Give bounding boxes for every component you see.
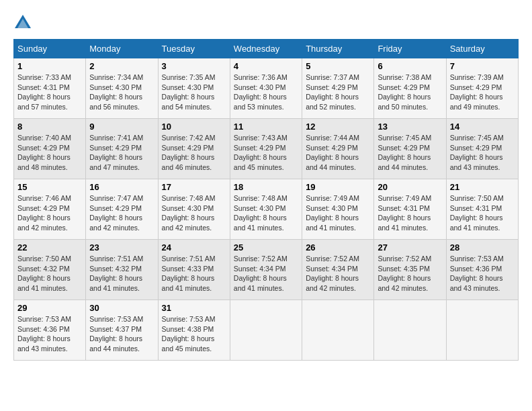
day-info: Sunrise: 7:50 AMSunset: 4:32 PMDaylight:… — [17, 254, 82, 293]
calendar-cell: 14Sunrise: 7:45 AMSunset: 4:29 PMDayligh… — [446, 119, 518, 179]
day-number: 29 — [17, 303, 82, 313]
day-info: Sunrise: 7:47 AMSunset: 4:29 PMDaylight:… — [89, 193, 154, 233]
day-info: Sunrise: 7:41 AMSunset: 4:29 PMDaylight:… — [89, 133, 154, 173]
day-header-tuesday: Tuesday — [158, 40, 230, 58]
day-info: Sunrise: 7:50 AMSunset: 4:31 PMDaylight:… — [450, 193, 515, 233]
day-info: Sunrise: 7:53 AMSunset: 4:38 PMDaylight:… — [162, 314, 226, 354]
day-info: Sunrise: 7:39 AMSunset: 4:29 PMDaylight:… — [450, 73, 515, 112]
calendar-cell: 19Sunrise: 7:49 AMSunset: 4:30 PMDayligh… — [302, 179, 374, 240]
page-header — [13, 13, 519, 32]
calendar-cell: 18Sunrise: 7:48 AMSunset: 4:30 PMDayligh… — [230, 179, 302, 240]
day-number: 6 — [378, 61, 442, 71]
calendar-table: SundayMondayTuesdayWednesdayThursdayFrid… — [13, 39, 519, 361]
calendar-cell: 23Sunrise: 7:51 AMSunset: 4:32 PMDayligh… — [86, 240, 158, 300]
calendar-cell: 13Sunrise: 7:45 AMSunset: 4:29 PMDayligh… — [374, 119, 446, 179]
logo — [13, 13, 35, 32]
day-info: Sunrise: 7:48 AMSunset: 4:30 PMDaylight:… — [162, 193, 226, 233]
calendar-week-row: 8Sunrise: 7:40 AMSunset: 4:29 PMDaylight… — [14, 119, 519, 179]
day-info: Sunrise: 7:45 AMSunset: 4:29 PMDaylight:… — [450, 133, 515, 173]
calendar-cell: 4Sunrise: 7:36 AMSunset: 4:30 PMDaylight… — [230, 58, 302, 119]
day-info: Sunrise: 7:49 AMSunset: 4:31 PMDaylight:… — [378, 193, 442, 233]
day-info: Sunrise: 7:44 AMSunset: 4:29 PMDaylight:… — [306, 133, 370, 173]
day-number: 3 — [162, 61, 226, 71]
calendar-cell: 31Sunrise: 7:53 AMSunset: 4:38 PMDayligh… — [158, 300, 230, 361]
calendar-cell: 1Sunrise: 7:33 AMSunset: 4:31 PMDaylight… — [14, 58, 86, 119]
calendar-cell: 11Sunrise: 7:43 AMSunset: 4:29 PMDayligh… — [230, 119, 302, 179]
day-number: 1 — [17, 61, 82, 71]
day-header-friday: Friday — [374, 40, 446, 58]
day-info: Sunrise: 7:43 AMSunset: 4:29 PMDaylight:… — [234, 133, 298, 173]
day-info: Sunrise: 7:36 AMSunset: 4:30 PMDaylight:… — [234, 73, 298, 112]
day-header-monday: Monday — [86, 40, 158, 58]
day-number: 22 — [17, 242, 82, 253]
calendar-week-row: 15Sunrise: 7:46 AMSunset: 4:29 PMDayligh… — [14, 179, 519, 240]
day-number: 4 — [234, 61, 298, 71]
calendar-cell: 3Sunrise: 7:35 AMSunset: 4:30 PMDaylight… — [158, 58, 230, 119]
day-number: 21 — [450, 182, 515, 192]
day-info: Sunrise: 7:51 AMSunset: 4:33 PMDaylight:… — [162, 254, 226, 293]
day-info: Sunrise: 7:51 AMSunset: 4:32 PMDaylight:… — [89, 254, 154, 293]
day-number: 5 — [306, 61, 370, 71]
day-number: 30 — [89, 303, 154, 313]
day-info: Sunrise: 7:42 AMSunset: 4:29 PMDaylight:… — [162, 133, 226, 173]
calendar-cell: 30Sunrise: 7:53 AMSunset: 4:37 PMDayligh… — [86, 300, 158, 361]
day-number: 18 — [234, 182, 298, 192]
calendar-cell: 17Sunrise: 7:48 AMSunset: 4:30 PMDayligh… — [158, 179, 230, 240]
day-number: 25 — [234, 242, 298, 253]
logo-icon — [13, 13, 32, 32]
calendar-cell: 2Sunrise: 7:34 AMSunset: 4:30 PMDaylight… — [86, 58, 158, 119]
calendar-cell: 28Sunrise: 7:53 AMSunset: 4:36 PMDayligh… — [446, 240, 518, 300]
day-number: 16 — [89, 182, 154, 192]
calendar-cell — [230, 300, 302, 361]
day-info: Sunrise: 7:49 AMSunset: 4:30 PMDaylight:… — [306, 193, 370, 233]
day-info: Sunrise: 7:45 AMSunset: 4:29 PMDaylight:… — [378, 133, 442, 173]
day-info: Sunrise: 7:53 AMSunset: 4:37 PMDaylight:… — [89, 314, 154, 354]
day-info: Sunrise: 7:48 AMSunset: 4:30 PMDaylight:… — [234, 193, 298, 233]
day-number: 19 — [306, 182, 370, 192]
calendar-cell: 22Sunrise: 7:50 AMSunset: 4:32 PMDayligh… — [14, 240, 86, 300]
day-info: Sunrise: 7:53 AMSunset: 4:36 PMDaylight:… — [450, 254, 515, 293]
day-info: Sunrise: 7:46 AMSunset: 4:29 PMDaylight:… — [17, 193, 82, 233]
day-info: Sunrise: 7:52 AMSunset: 4:35 PMDaylight:… — [378, 254, 442, 293]
calendar-cell — [446, 300, 518, 361]
calendar-cell: 26Sunrise: 7:52 AMSunset: 4:34 PMDayligh… — [302, 240, 374, 300]
calendar-cell: 24Sunrise: 7:51 AMSunset: 4:33 PMDayligh… — [158, 240, 230, 300]
calendar-cell: 29Sunrise: 7:53 AMSunset: 4:36 PMDayligh… — [14, 300, 86, 361]
day-header-sunday: Sunday — [14, 40, 86, 58]
day-number: 14 — [450, 122, 515, 132]
day-number: 15 — [17, 182, 82, 192]
calendar-cell: 27Sunrise: 7:52 AMSunset: 4:35 PMDayligh… — [374, 240, 446, 300]
day-header-saturday: Saturday — [446, 40, 518, 58]
day-info: Sunrise: 7:35 AMSunset: 4:30 PMDaylight:… — [162, 73, 226, 112]
day-number: 24 — [162, 242, 226, 253]
day-info: Sunrise: 7:37 AMSunset: 4:29 PMDaylight:… — [306, 73, 370, 112]
day-number: 23 — [89, 242, 154, 253]
calendar-cell — [374, 300, 446, 361]
day-number: 10 — [162, 122, 226, 132]
calendar-cell — [302, 300, 374, 361]
day-number: 12 — [306, 122, 370, 132]
day-number: 28 — [450, 242, 515, 253]
calendar-week-row: 1Sunrise: 7:33 AMSunset: 4:31 PMDaylight… — [14, 58, 519, 119]
calendar-header-row: SundayMondayTuesdayWednesdayThursdayFrid… — [14, 40, 519, 58]
day-number: 27 — [378, 242, 442, 253]
calendar-cell: 8Sunrise: 7:40 AMSunset: 4:29 PMDaylight… — [14, 119, 86, 179]
calendar-cell: 25Sunrise: 7:52 AMSunset: 4:34 PMDayligh… — [230, 240, 302, 300]
day-number: 2 — [89, 61, 154, 71]
day-info: Sunrise: 7:53 AMSunset: 4:36 PMDaylight:… — [17, 314, 82, 354]
day-number: 13 — [378, 122, 442, 132]
calendar-cell: 16Sunrise: 7:47 AMSunset: 4:29 PMDayligh… — [86, 179, 158, 240]
calendar-cell: 12Sunrise: 7:44 AMSunset: 4:29 PMDayligh… — [302, 119, 374, 179]
day-number: 9 — [89, 122, 154, 132]
day-number: 11 — [234, 122, 298, 132]
calendar-cell: 21Sunrise: 7:50 AMSunset: 4:31 PMDayligh… — [446, 179, 518, 240]
day-header-wednesday: Wednesday — [230, 40, 302, 58]
day-number: 26 — [306, 242, 370, 253]
day-info: Sunrise: 7:33 AMSunset: 4:31 PMDaylight:… — [17, 73, 82, 112]
calendar-cell: 6Sunrise: 7:38 AMSunset: 4:29 PMDaylight… — [374, 58, 446, 119]
day-number: 8 — [17, 122, 82, 132]
day-number: 31 — [162, 303, 226, 313]
day-number: 20 — [378, 182, 442, 192]
calendar-cell: 7Sunrise: 7:39 AMSunset: 4:29 PMDaylight… — [446, 58, 518, 119]
day-info: Sunrise: 7:40 AMSunset: 4:29 PMDaylight:… — [17, 133, 82, 173]
